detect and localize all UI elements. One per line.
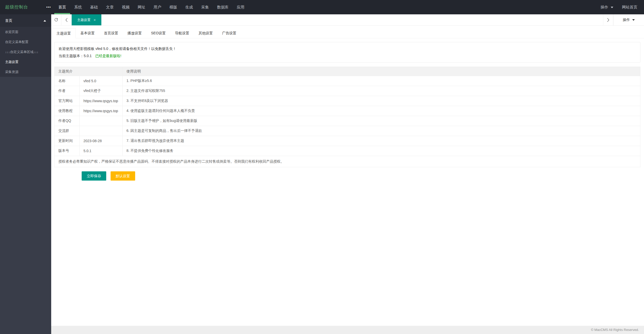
row-value: https://www.qsgys.top (80, 106, 123, 116)
row-note: 8. 不提供免费个性化修改服务 (123, 146, 640, 156)
column-header-usage: 使用说明 (123, 67, 640, 76)
chevron-left-icon (65, 18, 68, 22)
row-note: 1. PHP版本≥5.6 (123, 76, 640, 86)
settings-tab[interactable]: SEO设置 (146, 28, 170, 38)
theme-alert: 欢迎使用大橙影视模板 vfed 5.0，修改前请备份相关文件！以免数据丢失！ 当… (54, 42, 640, 62)
sidebar-group-home[interactable]: 首页 (0, 14, 51, 27)
settings-tab[interactable]: 主题设置 (52, 28, 76, 38)
refresh-icon (54, 18, 58, 22)
topnav-item[interactable]: 系统 (70, 0, 86, 14)
table-body: 名称 vfed 5.0 1. PHP版本≥5.6 作者 vfed大橙子 2. 主… (55, 76, 640, 156)
row-value: vfed大橙子 (80, 86, 123, 96)
open-tab-theme-settings[interactable]: 主题设置 × (72, 14, 101, 25)
row-note: 5. 旧版主题不予维护，如有bug请使用最新版 (123, 116, 640, 126)
column-header-intro: 主题简介 (55, 67, 123, 76)
row-note: 4. 使用盗版主题遇到任何问题本人概不负责 (123, 106, 640, 116)
topnav-item[interactable]: 数据库 (213, 0, 233, 14)
topnav-item[interactable]: 采集 (197, 0, 213, 14)
tabstrip-spacer (101, 14, 603, 25)
row-value: 5.0.1 (80, 146, 123, 156)
row-value: 2023-08-28 (80, 136, 123, 146)
chevron-up-icon (44, 19, 46, 22)
table-row: 作者QQ 5. 旧版主题不予维护，如有bug请使用最新版 (55, 116, 640, 126)
table-row: 交流群 6. 因主题是可复制的商品，售出后一律不予退款 (55, 126, 640, 136)
settings-tab[interactable]: 首页设置 (99, 28, 123, 38)
header-action-label: 操作 (600, 5, 608, 10)
default-settings-button[interactable]: 默认设置 (111, 171, 135, 181)
row-value (80, 126, 123, 136)
row-value: https://www.qsgys.top (80, 96, 123, 106)
topnav-item[interactable]: 首页 (54, 0, 70, 14)
row-value (80, 116, 123, 126)
settings-tabs: 主题设置基本设置首页设置播放设置SEO设置导航设置其他设置广告设置 (51, 28, 644, 38)
sidebar-group-label: 首页 (5, 18, 12, 23)
settings-tab[interactable]: 基本设置 (76, 28, 99, 38)
row-label: 交流群 (55, 126, 80, 136)
topnav-item[interactable]: 基础 (86, 0, 102, 14)
button-row: 立即保存 默认设置 (82, 171, 644, 181)
chevron-down-icon (611, 7, 613, 9)
sidebar-item[interactable]: 主题设置 (0, 57, 51, 67)
license-note: 授权者务必尊重知识产权，严格保证不恶意传播产品源码、不得直接对授权的产品本身进行… (55, 156, 640, 167)
settings-tab[interactable]: 播放设置 (123, 28, 146, 38)
header-right: 操作 网站首页 (600, 0, 644, 14)
sidebar-items: 欢迎页面自定义菜单配置↓↓↓自定义菜单区域↓↓↓主题设置采集资源 (0, 27, 51, 77)
row-note: 2. 主题文件读写权限755 (123, 86, 640, 96)
more-menu-button[interactable]: ⋯ (43, 0, 54, 14)
table-row: 名称 vfed 5.0 1. PHP版本≥5.6 (55, 76, 640, 86)
top-nav: 首页系统基础文章视频网址用户模版生成采集数据库应用 (54, 0, 249, 14)
top-header: 超级控制台 ⋯ 首页系统基础文章视频网址用户模版生成采集数据库应用 操作 网站首… (0, 0, 644, 14)
table-row: 版本号 5.0.1 8. 不提供免费个性化修改服务 (55, 146, 640, 156)
sidebar-item[interactable]: ↓↓↓自定义菜单区域↓↓↓ (0, 47, 51, 57)
topnav-item[interactable]: 应用 (233, 0, 249, 14)
settings-tab[interactable]: 其他设置 (194, 28, 218, 38)
refresh-button[interactable] (51, 14, 61, 25)
site-home-link[interactable]: 网站首页 (622, 5, 637, 10)
row-label: 作者QQ (55, 116, 80, 126)
row-label: 官方网站 (55, 96, 80, 106)
topnav-item[interactable]: 文章 (102, 0, 118, 14)
table-row: 使用教程 https://www.qsgys.top 4. 使用盗版主题遇到任何… (55, 106, 640, 116)
tab-action-label: 操作 (623, 18, 630, 22)
alert-line2: 当前主题版本：5.0.1 已经是最新版啦! (59, 52, 636, 59)
alert-version-text: 当前主题版本：5.0.1 (59, 54, 92, 58)
table-row: 更新时间 2023-08-28 7. 退出售后群即视为放弃使用本主题 (55, 136, 640, 146)
prev-tab-button[interactable] (61, 14, 72, 25)
ellipsis-icon: ⋯ (46, 4, 51, 10)
next-tab-button[interactable] (603, 14, 613, 25)
save-button[interactable]: 立即保存 (82, 171, 106, 181)
main-area: 主题设置 × 操作 主题设置基本设置首页设置播放设置SEO设置导航设置其他设置广… (51, 14, 644, 334)
tab-close-icon[interactable]: × (94, 18, 96, 22)
license-note-row: 授权者务必尊重知识产权，严格保证不恶意传播产品源码、不得直接对授权的产品本身进行… (55, 156, 640, 167)
alert-line1: 欢迎使用大橙影视模板 vfed 5.0，修改前请备份相关文件！以免数据丢失！ (59, 45, 636, 52)
alert-latest-badge: 已经是最新版啦! (95, 54, 121, 58)
row-label: 版本号 (55, 146, 80, 156)
theme-intro-table: 主题简介 使用说明 名称 vfed 5.0 1. PHP版本≥5.6 作者 vf… (54, 67, 640, 167)
open-tab-label: 主题设置 (77, 18, 91, 22)
app-logo: 超级控制台 (0, 0, 43, 14)
row-note: 3. 不支持IE8及以下浏览器 (123, 96, 640, 106)
row-value: vfed 5.0 (80, 76, 123, 86)
row-label: 使用教程 (55, 106, 80, 116)
chevron-down-icon (632, 19, 635, 22)
table-row: 官方网站 https://www.qsgys.top 3. 不支持IE8及以下浏… (55, 96, 640, 106)
settings-tab[interactable]: 广告设置 (218, 28, 241, 38)
tab-strip: 主题设置 × 操作 (51, 14, 644, 26)
sidebar-item[interactable]: 采集资源 (0, 67, 51, 77)
tab-action-dropdown[interactable]: 操作 (613, 14, 644, 25)
sidebar-item[interactable]: 自定义菜单配置 (0, 37, 51, 47)
settings-tab[interactable]: 导航设置 (170, 28, 194, 38)
table-header-row: 主题简介 使用说明 (55, 67, 640, 76)
topnav-item[interactable]: 用户 (149, 0, 165, 14)
sidebar-item[interactable]: 欢迎页面 (0, 27, 51, 37)
header-action-dropdown[interactable]: 操作 (600, 5, 613, 10)
content: 主题设置基本设置首页设置播放设置SEO设置导航设置其他设置广告设置 欢迎使用大橙… (51, 26, 644, 326)
topnav-item[interactable]: 生成 (181, 0, 197, 14)
topnav-item[interactable]: 网址 (134, 0, 149, 14)
row-label: 作者 (55, 86, 80, 96)
row-label: 更新时间 (55, 136, 80, 146)
topnav-item[interactable]: 视频 (118, 0, 134, 14)
chevron-right-icon (607, 18, 610, 22)
topnav-item[interactable]: 模版 (165, 0, 181, 14)
copyright-text: © MacCMS All Rights Reserved. (591, 328, 639, 332)
